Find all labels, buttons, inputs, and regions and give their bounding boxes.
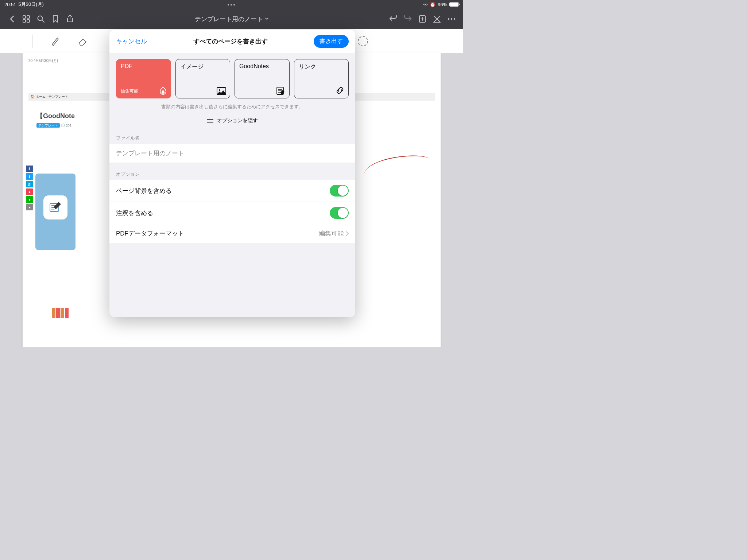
redo-button[interactable] — [400, 12, 415, 26]
format-hint: 書類の内容は書き出し後さらに編集するためにアクセスできます。 — [109, 102, 355, 114]
format-goodnotes[interactable]: GoodNotes — [235, 59, 290, 98]
chevron-down-icon — [265, 18, 269, 20]
filename-label: ファイル名 — [109, 132, 355, 144]
sliders-icon — [207, 118, 213, 123]
article-date: 🕐 202 — [61, 124, 71, 127]
status-date: 5月30日(月) — [19, 1, 44, 8]
document-title[interactable]: テンプレート用のノート — [195, 15, 269, 23]
options-label: オプション — [109, 168, 355, 180]
status-bar: 20:51 5月30日(月) ●●● ⚯ ⏰ 96% — [0, 0, 463, 9]
lasso-tool[interactable] — [357, 36, 368, 47]
option-include-annotations[interactable]: 注釈を含める — [109, 202, 355, 224]
svg-rect-3 — [27, 20, 30, 22]
link-icon: ⚯ — [423, 2, 427, 7]
format-image[interactable]: イメージ — [175, 59, 231, 98]
close-edit-button[interactable] — [430, 12, 444, 26]
svg-point-13 — [451, 18, 452, 20]
alarm-icon: ⏰ — [430, 2, 436, 7]
hide-options-button[interactable]: オプションを隠す — [109, 114, 355, 132]
svg-rect-15 — [22, 41, 22, 41]
bookmark-button[interactable] — [48, 12, 63, 26]
page-view-tool[interactable] — [22, 35, 33, 48]
back-button[interactable] — [4, 12, 19, 26]
goodnotes-icon — [276, 86, 286, 95]
more-button[interactable] — [444, 12, 459, 26]
add-page-button[interactable] — [415, 12, 430, 26]
svg-point-12 — [448, 18, 449, 20]
grid-button[interactable] — [19, 12, 34, 26]
app-toolbar: テンプレート用のノート — [0, 9, 463, 29]
social-share-column: f t B! ● ● ● — [26, 166, 33, 211]
search-button[interactable] — [34, 12, 48, 26]
status-time: 20:51 — [4, 2, 16, 7]
cancel-button[interactable]: キャンセル — [116, 37, 147, 46]
pdf-icon — [159, 86, 167, 95]
format-selector: PDF 編集可能 イメージ GoodNotes リンク — [109, 53, 355, 102]
facebook-icon: f — [26, 166, 33, 172]
option-include-background[interactable]: ページ背景を含める — [109, 180, 355, 202]
eraser-tool[interactable] — [77, 36, 88, 47]
filename-input[interactable]: テンプレート用のノート — [109, 144, 355, 163]
chevron-right-icon — [346, 231, 349, 236]
article-thumbnail — [35, 174, 76, 250]
decoration — [52, 308, 70, 318]
hatena-icon: B! — [26, 181, 33, 187]
pocket-icon: ● — [26, 188, 33, 195]
article-tag: テンプレート — [36, 123, 60, 128]
modal-title: すべてのページを書き出す — [193, 37, 268, 46]
battery-icon — [449, 2, 459, 7]
svg-point-20 — [219, 89, 220, 91]
copy-icon: ● — [26, 204, 33, 210]
svg-line-5 — [42, 20, 44, 22]
status-battery: 96% — [438, 2, 447, 7]
undo-button[interactable] — [386, 12, 400, 26]
image-icon — [217, 87, 226, 95]
toggle-on[interactable] — [330, 207, 349, 219]
svg-point-14 — [454, 18, 455, 20]
link-icon — [335, 86, 345, 95]
format-link[interactable]: リンク — [294, 59, 349, 98]
svg-rect-0 — [23, 16, 26, 18]
toggle-on[interactable] — [330, 185, 349, 197]
multitask-indicator[interactable]: ●●● — [227, 3, 236, 7]
line-icon: ● — [26, 196, 33, 203]
svg-rect-1 — [27, 16, 30, 18]
share-button[interactable] — [63, 12, 77, 26]
export-button[interactable]: 書き出す — [314, 35, 349, 48]
export-modal: キャンセル すべてのページを書き出す 書き出す PDF 編集可能 イメージ Go… — [109, 30, 355, 317]
option-pdf-format[interactable]: PDFデータフォーマット 編集可能 — [109, 224, 355, 243]
svg-rect-2 — [23, 20, 26, 22]
pen-tool[interactable] — [50, 36, 61, 47]
twitter-icon: t — [26, 173, 33, 180]
format-pdf[interactable]: PDF 編集可能 — [116, 59, 171, 98]
